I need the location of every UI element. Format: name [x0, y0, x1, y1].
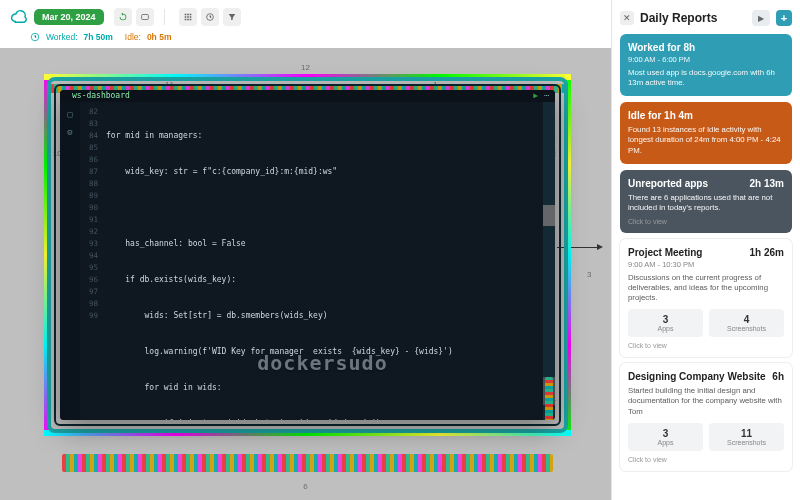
worked-label: Worked: [46, 32, 78, 42]
code-line: if db.exists(wids_key): [106, 274, 537, 286]
line-number: 86 [80, 154, 98, 166]
close-icon: ✕ [623, 13, 631, 23]
editor-activity-bar: ▢ ⚙ [60, 102, 80, 420]
code-line: log.warning(f'WID Key for manager exists… [106, 346, 537, 358]
clock-num-6: 6 [303, 481, 307, 490]
code-line: for wid in wids: [106, 382, 537, 394]
stat-screenshots[interactable]: 11Screenshots [709, 423, 784, 451]
package-icon[interactable]: ▢ [67, 108, 72, 120]
watermark-text: dockersudo [257, 357, 387, 369]
top-toolbar: Mar 20, 2024 [0, 0, 611, 30]
timeline-clock-area[interactable]: 12 1 2 3 4 5 6 11 10 ws-dashboard [0, 48, 611, 500]
worked-value: 7h 50m [84, 32, 113, 42]
line-number: 82 [80, 106, 98, 118]
idle-value: 0h 5m [147, 32, 172, 42]
reports-title: Daily Reports [640, 11, 746, 25]
reports-list: Worked for 8h 9:00 AM - 6:00 PM Most use… [612, 34, 800, 479]
stat-label: Apps [630, 439, 701, 446]
minimap[interactable] [543, 102, 555, 420]
click-to-view: Click to view [628, 218, 784, 225]
line-number: 89 [80, 190, 98, 202]
card-duration: 2h 13m [750, 178, 784, 189]
run-icon[interactable]: ▶ [533, 90, 538, 102]
editor-titlebar: ws-dashboard ▶ ⋯ [60, 90, 555, 102]
stat-apps[interactable]: 3Apps [628, 309, 703, 337]
card-idle[interactable]: Idle for 1h 4m Found 13 instances of Idl… [620, 102, 792, 163]
screenshot-stack[interactable]: ws-dashboard ▶ ⋯ publish.py get_managers… [40, 70, 575, 440]
card-project-meeting[interactable]: Project Meeting1h 26m 9:00 AM - 10:30 PM… [620, 239, 792, 357]
close-button[interactable]: ✕ [620, 11, 634, 25]
work-summary-bar: Worked: 7h 50m Idle: 0h 5m [0, 30, 611, 48]
left-panel: Mar 20, 2024 Worked: 7h 50m Idle: 0h 5m … [0, 0, 612, 500]
line-number: 88 [80, 178, 98, 190]
code-line: wids: Set[str] = db.smembers(wids_key) [106, 310, 537, 322]
line-number: 99 [80, 310, 98, 322]
clock-icon [205, 12, 215, 22]
stat-label: Apps [630, 325, 701, 332]
line-number: 93 [80, 238, 98, 250]
line-number: 87 [80, 166, 98, 178]
editor-body: ▢ ⚙ 82 83 84 85 86 87 88 89 90 [60, 102, 555, 420]
card-unreported[interactable]: Unreported apps2h 13m There are 6 applic… [620, 170, 792, 233]
click-to-view: Click to view [628, 456, 784, 463]
play-icon: ▶ [758, 14, 764, 23]
add-report-button[interactable]: + [776, 10, 792, 26]
screenshot-button[interactable] [136, 8, 154, 26]
card-title: Worked for 8h [628, 42, 695, 53]
card-worked[interactable]: Worked for 8h 9:00 AM - 6:00 PM Most use… [620, 34, 792, 96]
card-title: Idle for 1h 4m [628, 110, 693, 121]
code-line [106, 202, 537, 214]
line-number: 92 [80, 226, 98, 238]
filter-button[interactable] [223, 8, 241, 26]
plus-icon: + [781, 12, 787, 24]
card-title: Unreported apps [628, 178, 708, 189]
card-subtitle: 9:00 AM - 10:30 PM [628, 260, 784, 269]
card-subtitle: 9:00 AM - 6:00 PM [628, 55, 784, 64]
line-number: 97 [80, 286, 98, 298]
filter-icon [227, 12, 237, 22]
glitch-strip-right [545, 377, 553, 420]
line-number: 98 [80, 298, 98, 310]
idle-label: Idle: [125, 32, 141, 42]
refresh-button[interactable] [114, 8, 132, 26]
clock-num-3: 3 [587, 270, 591, 279]
card-desc: There are 6 applications used that are n… [628, 193, 784, 213]
svg-rect-0 [141, 15, 148, 20]
line-number: 83 [80, 118, 98, 130]
app-root: Mar 20, 2024 Worked: 7h 50m Idle: 0h 5m … [0, 0, 800, 500]
code-line: has_channel: bool = False [106, 238, 537, 250]
line-number: 91 [80, 214, 98, 226]
grid-view-button[interactable] [179, 8, 197, 26]
line-number: 84 [80, 130, 98, 142]
card-desc: Started building the initial design and … [628, 386, 784, 416]
clock-mini-icon [30, 32, 40, 42]
stat-number: 3 [630, 314, 701, 325]
line-number: 95 [80, 262, 98, 274]
card-desc: Most used app is docs.google.com with 6h… [628, 68, 784, 88]
line-number: 96 [80, 274, 98, 286]
stat-screenshots[interactable]: 4Screenshots [709, 309, 784, 337]
stat-row: 3Apps 4Screenshots [628, 309, 784, 337]
card-duration: 6h [772, 371, 784, 382]
debug-icon[interactable]: ⋯ [544, 90, 549, 102]
date-label: Mar 20, 2024 [42, 12, 96, 22]
stat-number: 3 [630, 428, 701, 439]
card-designing-website[interactable]: Designing Company Website6h Started buil… [620, 363, 792, 470]
date-pill[interactable]: Mar 20, 2024 [34, 9, 104, 25]
code-area[interactable]: for mid in managers: wids_key: str = f"c… [102, 102, 543, 420]
stat-label: Screenshots [711, 439, 782, 446]
play-reports-button[interactable]: ▶ [752, 10, 770, 26]
line-number: 90 [80, 202, 98, 214]
project-name: ws-dashboard [72, 90, 130, 102]
glitch-bar-bottom [62, 454, 553, 472]
stat-apps[interactable]: 3Apps [628, 423, 703, 451]
code-line: for mid in managers: [106, 130, 537, 142]
line-number: 85 [80, 142, 98, 154]
card-desc: Found 13 instances of Idle activity with… [628, 125, 784, 155]
settings-icon[interactable]: ⚙ [67, 126, 72, 138]
reports-header: ✕ Daily Reports ▶ + [612, 0, 800, 34]
stat-row: 3Apps 11Screenshots [628, 423, 784, 451]
brand-cloud-icon [10, 8, 28, 26]
time-view-button[interactable] [201, 8, 219, 26]
right-panel: ✕ Daily Reports ▶ + Worked for 8h 9:00 A… [612, 0, 800, 500]
